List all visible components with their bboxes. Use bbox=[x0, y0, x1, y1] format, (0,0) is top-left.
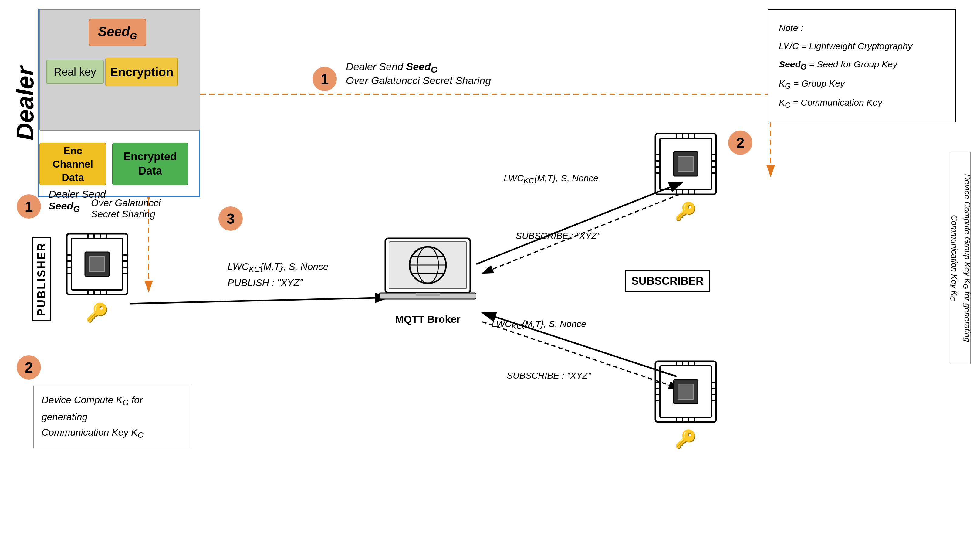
note-box: Note : LWC = Lightweight Cryptography Se… bbox=[768, 9, 956, 123]
subscriber-chip-lower-svg bbox=[652, 358, 719, 425]
publisher-chip: 🔑 bbox=[64, 231, 130, 323]
badge-2-right: 2 bbox=[728, 131, 752, 155]
svg-line-10 bbox=[130, 298, 388, 304]
over-galatuncci-label: Over Galatuncci Secret Sharing bbox=[91, 198, 161, 220]
svg-rect-83 bbox=[678, 384, 693, 399]
note-title: Note : bbox=[779, 23, 803, 33]
badge-1-left: 1 bbox=[17, 194, 41, 218]
encryption-box: Encryption bbox=[105, 58, 178, 86]
device-compute-left-box: Device Compute KG for generating Communi… bbox=[33, 386, 191, 448]
subscriber-chip-upper-svg bbox=[652, 131, 719, 198]
svg-rect-34 bbox=[89, 256, 105, 272]
subscriber-label: SUBSCRIBER bbox=[625, 270, 710, 292]
dealer-label: Dealer bbox=[12, 9, 40, 198]
note-lwc: LWC = Lightweight Cryptography bbox=[779, 41, 912, 51]
mqtt-broker-label: MQTT Broker bbox=[379, 313, 476, 325]
svg-line-11 bbox=[476, 182, 682, 264]
mqtt-laptop-svg bbox=[379, 237, 476, 310]
real-key-box: Real key bbox=[46, 60, 104, 84]
subscriber-chip-upper: 🔑 bbox=[652, 131, 719, 221]
main-container: Dealer SeedG Real key Encryption Enc Cha… bbox=[0, 0, 980, 548]
subscriber-lower-key: 🔑 bbox=[652, 429, 719, 449]
subscribe-lower-label: SUBSCRIBE : "XYZ" bbox=[507, 370, 591, 381]
svg-rect-63 bbox=[678, 156, 693, 172]
badge-3: 3 bbox=[218, 206, 243, 231]
lwc-publish-label: LWCKC{M,T}, S, Nonce PUBLISH : "XYZ" bbox=[228, 261, 329, 288]
dealer-title: Dealer bbox=[11, 66, 39, 140]
dealer-inner-box: SeedG Real key Encryption bbox=[40, 9, 200, 131]
seed-label: SeedG bbox=[98, 24, 137, 41]
subscriber-upper-key: 🔑 bbox=[652, 201, 719, 221]
encrypted-data-box: Encrypted Data bbox=[112, 143, 188, 185]
encrypted-data-label: Encrypted Data bbox=[116, 150, 185, 178]
real-key-label: Real key bbox=[54, 65, 96, 78]
svg-rect-43 bbox=[416, 293, 440, 296]
device-compute-right-box: Device Compute Group Key KG for generati… bbox=[950, 152, 971, 364]
publisher-key-icon: 🔑 bbox=[64, 302, 130, 323]
lwc-lower-send-label: LWCKC{M,T}, S, Nonce bbox=[492, 319, 586, 331]
note-kg: KG = Group Key bbox=[779, 78, 845, 88]
mqtt-broker-device: MQTT Broker bbox=[379, 237, 476, 325]
badge-1-top: 1 bbox=[312, 67, 337, 91]
note-seed: SeedG bbox=[779, 59, 807, 69]
encryption-label: Encryption bbox=[110, 65, 173, 79]
subscriber-chip-lower: 🔑 bbox=[652, 358, 719, 449]
subscribe-upper-label: SUBSCRIBE : "XYZ" bbox=[516, 231, 600, 241]
dealer-send-label-top: Dealer Send SeedG Over Galatuncci Secret… bbox=[346, 61, 491, 86]
seed-box: SeedG bbox=[89, 19, 146, 46]
badge-2-left: 2 bbox=[17, 355, 41, 379]
note-content: Note : LWC = Lightweight Cryptography Se… bbox=[779, 19, 945, 113]
enc-channel-label: Enc Channel Data bbox=[43, 144, 103, 184]
publisher-chip-svg bbox=[64, 231, 130, 298]
device-compute-right-text: Device Compute Group Key KG for generati… bbox=[947, 152, 973, 364]
publisher-label: PUBLISHER bbox=[32, 237, 51, 321]
enc-channel-box: Enc Channel Data bbox=[40, 143, 106, 185]
lwc-upper-label: LWCKC{M,T}, S, Nonce bbox=[504, 173, 598, 185]
note-kc: KC = Communication Key bbox=[779, 97, 882, 107]
